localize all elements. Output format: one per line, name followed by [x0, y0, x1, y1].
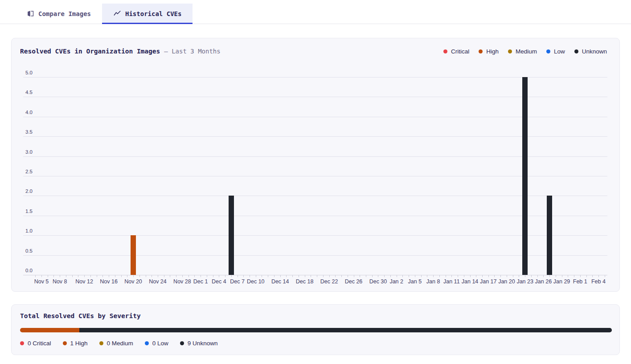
x-axis-tick: [323, 275, 324, 277]
legend-item-low[interactable]: Low: [546, 48, 565, 55]
severity-segment-unknown[interactable]: [79, 328, 612, 332]
summary-legend-item-critical-label: 0 Critical: [28, 340, 51, 347]
x-axis-tick: [464, 275, 464, 277]
tab-label: Historical CVEs: [125, 10, 181, 17]
x-axis-label: Dec 10: [242, 278, 270, 285]
x-axis-tick: [446, 275, 446, 277]
chart-bar[interactable]: [229, 196, 234, 275]
chart-bar[interactable]: [547, 196, 552, 275]
x-axis-tick: [476, 275, 476, 277]
legend-item-medium[interactable]: Medium: [508, 48, 537, 55]
x-axis-tick: [543, 275, 544, 277]
x-axis-tick: [482, 275, 483, 277]
x-axis-tick: [48, 275, 48, 277]
x-axis-tick: [305, 275, 305, 277]
x-axis-tick: [176, 275, 176, 277]
gridline: [23, 156, 607, 157]
summary-legend-item-medium[interactable]: 0 Medium: [99, 340, 133, 347]
y-axis-label: 4.0: [25, 110, 33, 115]
x-axis-tick: [72, 275, 73, 277]
summary-legend-item-unknown-label: 9 Unknown: [188, 340, 218, 347]
x-axis-tick: [580, 275, 581, 277]
summary-legend-item-high[interactable]: 1 High: [63, 340, 88, 347]
legend-item-high[interactable]: High: [479, 48, 499, 55]
x-axis-tick: [335, 275, 336, 277]
x-axis-tick: [390, 275, 391, 277]
gridline: [23, 235, 607, 236]
x-axis-tick: [53, 275, 54, 277]
gridline: [23, 97, 607, 97]
legend-item-medium-label: Medium: [516, 48, 537, 55]
x-axis-tick: [384, 275, 385, 277]
legend-item-medium-dot: [508, 49, 512, 53]
x-axis-tick: [378, 275, 378, 277]
summary-legend-item-critical[interactable]: 0 Critical: [20, 340, 51, 347]
x-axis-tick: [458, 275, 458, 277]
x-axis-label: Nov 8: [46, 278, 74, 285]
x-axis-tick: [139, 275, 140, 277]
legend-item-critical[interactable]: Critical: [443, 48, 469, 55]
y-axis-label: 1.0: [25, 228, 33, 233]
tab-label: Compare Images: [38, 10, 91, 17]
summary-legend-item-unknown[interactable]: 9 Unknown: [180, 340, 218, 347]
legend-item-unknown[interactable]: Unknown: [574, 48, 607, 55]
x-axis-tick: [115, 275, 115, 277]
chart-subtitle: — Last 3 Months: [164, 48, 220, 55]
x-axis-label: Nov 20: [119, 278, 147, 285]
x-axis-tick: [354, 275, 354, 277]
x-axis-tick: [519, 275, 519, 277]
x-axis-tick: [127, 275, 127, 277]
x-axis-tick: [549, 275, 550, 277]
x-axis-tick: [439, 275, 440, 277]
gridline: [23, 77, 607, 78]
summary-legend-item-high-dot: [63, 341, 67, 345]
x-axis-tick: [372, 275, 373, 277]
tab-compare-images[interactable]: Compare Images: [16, 4, 102, 24]
tab-historical-cves[interactable]: Historical CVEs: [102, 4, 193, 24]
x-axis-tick: [194, 275, 195, 277]
x-axis-tick: [231, 275, 232, 277]
summary-legend-item-low-dot: [145, 341, 149, 345]
severity-segment-high[interactable]: [20, 328, 79, 332]
legend-item-high-label: High: [486, 48, 499, 55]
y-axis-label: 4.5: [25, 90, 33, 95]
y-axis-label: 3.0: [25, 149, 33, 155]
x-axis-tick: [238, 275, 238, 277]
x-axis-tick: [568, 275, 568, 277]
x-axis-tick: [451, 275, 452, 277]
x-axis-tick: [348, 275, 348, 277]
x-axis-tick: [256, 275, 256, 277]
summary-legend-item-critical-dot: [20, 341, 24, 345]
chart-title: Resolved CVEs in Organization Images: [20, 48, 160, 55]
gridline: [23, 275, 607, 275]
chart-bar[interactable]: [131, 235, 136, 275]
chart-legend: CriticalHighMediumLowUnknown: [443, 48, 607, 55]
x-axis-tick: [537, 275, 538, 277]
gridline: [23, 255, 607, 256]
summary-legend-item-low[interactable]: 0 Low: [145, 340, 168, 347]
chart-card-header: Resolved CVEs in Organization Images— La…: [12, 38, 619, 55]
x-axis-tick: [525, 275, 525, 277]
x-axis-tick: [121, 275, 122, 277]
x-axis-tick: [250, 275, 250, 277]
summary-legend-item-unknown-dot: [180, 341, 184, 345]
y-axis-label: 3.5: [25, 129, 33, 135]
x-axis-tick: [299, 275, 299, 277]
y-axis-label: 1.5: [25, 209, 33, 214]
x-axis-tick: [188, 275, 189, 277]
chart-bar[interactable]: [522, 77, 528, 275]
x-axis-tick: [78, 275, 78, 277]
x-axis-tick: [97, 275, 97, 277]
y-axis-label: 5.0: [25, 70, 33, 75]
chart-title-wrap: Resolved CVEs in Organization Images— La…: [20, 47, 221, 55]
x-axis-tick: [329, 275, 330, 277]
x-axis-tick: [494, 275, 495, 277]
x-axis-tick: [90, 275, 91, 277]
gridline: [23, 216, 607, 216]
x-axis-tick: [531, 275, 532, 277]
x-axis-label: Nov 12: [70, 278, 98, 285]
x-axis-label: Nov 16: [95, 278, 123, 285]
x-axis-tick: [60, 275, 60, 277]
x-axis-tick: [586, 275, 587, 277]
legend-item-unknown-dot: [574, 49, 578, 53]
